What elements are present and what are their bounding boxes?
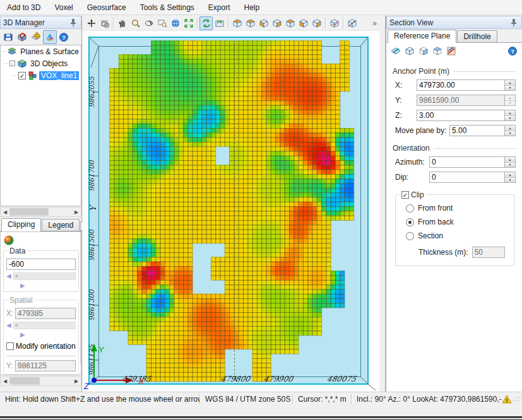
add-plane-icon[interactable] xyxy=(29,30,43,44)
step-first-icon[interactable]: ◀ xyxy=(6,273,11,279)
scroll-right-icon[interactable]: ▶ xyxy=(72,376,81,385)
radio-icon[interactable] xyxy=(406,232,414,240)
section-view-tabs: Reference PlaneDrillhole xyxy=(386,29,522,43)
sphere-icon[interactable] xyxy=(3,235,80,248)
voxel-slice-view[interactable] xyxy=(83,31,379,392)
tree-item-vox-line1[interactable]: ⋯✓VOX_line1 xyxy=(1,69,81,81)
menu-voxel[interactable]: Voxel xyxy=(47,1,80,14)
clip-cube-icon[interactable] xyxy=(345,16,359,30)
globe-icon[interactable] xyxy=(169,16,182,30)
data-clip-slider[interactable]: < xyxy=(13,272,76,280)
view-cube-front-icon[interactable] xyxy=(257,16,270,30)
radio-icon[interactable] xyxy=(406,204,414,213)
move-plane-spinner[interactable]: ▲▼ xyxy=(505,125,516,136)
step-next-icon[interactable]: ▶ xyxy=(20,283,25,289)
reload-3d-icon[interactable] xyxy=(15,30,29,44)
3d-viewport[interactable]: 9862055986170098615009861300986112547938… xyxy=(83,31,379,392)
tab-drillhole[interactable]: Drillhole xyxy=(457,30,497,42)
clip-option-from-back[interactable]: From back xyxy=(406,218,511,226)
orientation-dip-input[interactable]: 0 xyxy=(429,172,505,183)
spatial-y-input[interactable]: 9861125 xyxy=(15,360,76,371)
tree-hscrollbar[interactable]: ◀ ▶ xyxy=(0,207,81,217)
view-cube-nw-icon[interactable] xyxy=(230,16,244,30)
anchor-z-spinner[interactable]: ▲▼ xyxy=(505,110,516,121)
plane-section-icon[interactable] xyxy=(444,44,458,58)
spatial-step-next-icon[interactable]: ▶ xyxy=(20,332,25,338)
zoom-box-icon[interactable] xyxy=(155,16,169,30)
clipping-vscrollbar[interactable]: ▲ ▼ xyxy=(80,232,81,365)
scrollbar-thumb[interactable] xyxy=(9,377,40,385)
save-3d-icon[interactable] xyxy=(1,30,15,44)
tree-item-label[interactable]: Planes & Surface xyxy=(18,47,81,56)
menu-tools-settings[interactable]: Tools & Settings xyxy=(133,1,201,14)
display-options-icon[interactable] xyxy=(43,30,57,44)
zoom-icon[interactable] xyxy=(129,16,142,30)
view-cube-top-icon[interactable] xyxy=(244,16,257,30)
radio-icon[interactable] xyxy=(406,218,414,226)
warning-icon[interactable]: ! xyxy=(502,394,512,404)
anchor-x-spinner[interactable]: ▲▼ xyxy=(505,79,516,91)
anchor-x-row: X:479730.00▲▼ xyxy=(395,79,516,91)
plane-cube-icon[interactable] xyxy=(403,44,417,58)
modify-orientation-checkbox[interactable] xyxy=(6,342,14,350)
view-cube-bottom-icon[interactable] xyxy=(310,16,323,30)
refresh-view-icon[interactable] xyxy=(213,16,226,30)
plane-horizontal-icon[interactable] xyxy=(430,44,444,58)
scroll-down-icon[interactable]: ▼ xyxy=(81,355,81,364)
clipping-hscrollbar[interactable]: ◀ ▶ xyxy=(0,376,81,386)
help-icon[interactable]: ? xyxy=(57,30,71,44)
scroll-left-icon[interactable]: ◀ xyxy=(1,376,9,385)
clip-checkbox[interactable]: ✓ xyxy=(401,191,409,199)
tab-legend[interactable]: Legend xyxy=(42,219,80,231)
scrollbar-thumb[interactable] xyxy=(9,208,49,216)
view-cube-back-icon[interactable] xyxy=(283,16,297,30)
anchor-y-input[interactable]: 9861590.00 xyxy=(417,95,505,106)
thickness-input[interactable]: 50 xyxy=(472,247,505,258)
resize-grip[interactable]: .:: xyxy=(513,395,520,402)
move-plane-label: Move plane by: xyxy=(395,126,449,135)
redraw-icon[interactable] xyxy=(199,16,213,30)
orientation-azimuth-spinner[interactable]: ▲▼ xyxy=(505,156,516,168)
move-plane-input[interactable]: 5.00 xyxy=(449,125,505,136)
orientation-dip-spinner[interactable]: ▲▼ xyxy=(505,172,516,183)
fit-extents-icon[interactable] xyxy=(182,16,195,30)
pin-icon[interactable] xyxy=(68,18,78,28)
pin-icon[interactable] xyxy=(509,18,519,28)
view-cube-right-icon[interactable] xyxy=(270,16,283,30)
clip-option-from-front[interactable]: From front xyxy=(406,204,511,213)
tab-reference-plane[interactable]: Reference Plane xyxy=(388,30,456,43)
anchor-x-input[interactable]: 479730.00 xyxy=(417,79,505,91)
spatial-x-input[interactable]: 479385 xyxy=(15,308,76,319)
linked-view-icon[interactable] xyxy=(98,16,111,30)
anchor-y-spinner[interactable]: ▲▼ xyxy=(505,95,516,106)
toolbar-overflow-chevron[interactable]: » xyxy=(372,19,377,28)
spatial-step-first-icon[interactable]: ◀ xyxy=(6,322,11,329)
orientation-azimuth-input[interactable]: 0 xyxy=(429,156,505,168)
scroll-up-icon[interactable]: ▲ xyxy=(81,233,81,242)
menu-help[interactable]: Help xyxy=(237,1,267,14)
menu-export[interactable]: Export xyxy=(201,1,237,14)
tree-item-label[interactable]: 3D Objects xyxy=(28,59,69,68)
tab-clipping[interactable]: Clipping xyxy=(1,218,41,231)
spatial-x-slider[interactable]: < xyxy=(13,322,76,329)
axes-icon[interactable] xyxy=(85,16,98,30)
scroll-left-icon[interactable]: ◀ xyxy=(1,207,9,216)
tree-checkbox[interactable]: ✓ xyxy=(18,72,26,79)
clip-option-section[interactable]: Section xyxy=(406,231,511,240)
tree-item-planes-surface[interactable]: ⋯Planes & Surface xyxy=(1,45,81,57)
help-icon[interactable]: ? xyxy=(506,44,519,58)
view-cube-left-icon[interactable] xyxy=(297,16,310,30)
menu-add-to-3d[interactable]: Add to 3D xyxy=(0,1,47,14)
plane-select-icon[interactable] xyxy=(389,44,403,58)
data-clip-input[interactable]: -600 xyxy=(6,259,76,270)
anchor-z-input[interactable]: 3.00 xyxy=(417,110,505,121)
tree-item-label[interactable]: VOX_line1 xyxy=(39,71,79,80)
tree-expander[interactable]: - xyxy=(9,61,15,66)
plot-cube-icon[interactable] xyxy=(328,16,341,30)
plane-vertical-icon[interactable] xyxy=(417,44,430,58)
tree-item-3d-objects[interactable]: ⋯-3D Objects xyxy=(1,57,81,69)
menu-geosurface[interactable]: Geosurface xyxy=(80,1,133,14)
pan-icon[interactable] xyxy=(116,16,129,30)
scroll-right-icon[interactable]: ▶ xyxy=(72,207,81,216)
rotate-view-icon[interactable] xyxy=(142,16,155,30)
